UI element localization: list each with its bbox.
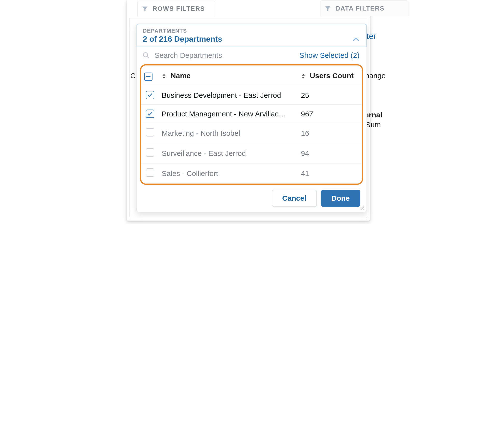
row-users-count: 16	[298, 123, 362, 143]
row-users-count: 41	[298, 163, 362, 184]
resize-grip-icon[interactable]	[358, 204, 365, 210]
row-users-count: 967	[298, 105, 362, 123]
departments-picker: DEPARTMENTS 2 of 216 Departments Show Se…	[136, 24, 367, 212]
table-row[interactable]: Sales - Collierfort41	[141, 163, 362, 184]
svg-marker-3	[163, 77, 165, 78]
funnel-icon	[324, 5, 331, 12]
svg-line-8	[363, 209, 364, 210]
row-users-count: 25	[298, 86, 362, 105]
col-header-users-count[interactable]: Users Count	[298, 66, 362, 86]
row-checkbox-cell[interactable]	[141, 123, 159, 143]
picker-summary: 2 of 216 Departments	[143, 35, 222, 44]
table-row[interactable]: Business Development - East Jerrod25	[141, 86, 362, 105]
row-name: Surveillance - East Jerrod	[159, 143, 298, 163]
checkbox-checked-icon[interactable]	[146, 109, 154, 118]
stage: ROWS FILTERS DATA FILTERS lter C nange e…	[124, 0, 371, 224]
search-input[interactable]	[154, 51, 277, 60]
checkbox-unchecked-icon[interactable]	[146, 148, 154, 157]
table-row[interactable]: Marketing - North Isobel16	[141, 123, 362, 143]
table-highlight-frame: Name Users Count Business Development - …	[140, 64, 363, 185]
bg-fragment-nange: nange	[365, 72, 386, 80]
departments-table: Name Users Count Business Development - …	[141, 66, 362, 184]
search-icon	[142, 52, 150, 59]
picker-title-block: DEPARTMENTS 2 of 216 Departments	[143, 28, 222, 44]
tab-rows-filters[interactable]: ROWS FILTERS	[137, 1, 215, 16]
checkbox-unchecked-icon[interactable]	[146, 168, 154, 177]
row-name: Marketing - North Isobel	[159, 123, 298, 143]
checkbox-indeterminate-icon[interactable]	[144, 73, 152, 81]
select-all-header[interactable]	[141, 66, 159, 86]
svg-marker-2	[163, 74, 165, 75]
picker-footer: Cancel Done	[137, 185, 367, 212]
sort-icon	[162, 73, 166, 79]
screenshot-card: ROWS FILTERS DATA FILTERS lter C nange e…	[127, 0, 370, 221]
col-header-users-count-label: Users Count	[310, 72, 354, 80]
bg-fragment-sum: Sum	[366, 121, 381, 129]
table-row[interactable]: Surveillance - East Jerrod94	[141, 143, 362, 163]
col-header-name[interactable]: Name	[159, 66, 298, 86]
table-row[interactable]: Product Management - New Arvillac…967	[141, 105, 362, 123]
row-checkbox-cell[interactable]	[141, 105, 159, 123]
col-header-name-label: Name	[171, 72, 191, 80]
tab-data-filters-label: DATA FILTERS	[336, 5, 385, 12]
svg-marker-5	[302, 77, 305, 78]
tab-data-filters[interactable]: DATA FILTERS	[320, 0, 409, 16]
checkbox-checked-icon[interactable]	[146, 91, 154, 99]
chevron-up-icon[interactable]	[352, 35, 360, 44]
table-header-row: Name Users Count	[141, 66, 362, 86]
row-checkbox-cell[interactable]	[141, 163, 159, 184]
funnel-icon	[141, 5, 148, 12]
done-button[interactable]: Done	[321, 190, 360, 207]
row-checkbox-cell[interactable]	[141, 143, 159, 163]
tab-rows-filters-label: ROWS FILTERS	[153, 5, 205, 13]
sort-icon	[301, 73, 305, 79]
bg-fragment-ernal: ernal	[365, 111, 383, 119]
tabs-strip: ROWS FILTERS DATA FILTERS	[129, 0, 367, 18]
picker-search-row: Show Selected (2)	[137, 47, 367, 64]
picker-header[interactable]: DEPARTMENTS 2 of 216 Departments	[137, 24, 367, 47]
checkbox-unchecked-icon[interactable]	[146, 128, 154, 136]
svg-point-0	[143, 53, 148, 57]
row-name: Business Development - East Jerrod	[159, 86, 298, 105]
row-name: Product Management - New Arvillac…	[159, 105, 298, 123]
svg-marker-4	[302, 74, 305, 75]
row-checkbox-cell[interactable]	[141, 86, 159, 105]
svg-line-1	[147, 56, 149, 58]
search-wrap	[142, 51, 297, 60]
cancel-button[interactable]: Cancel	[272, 190, 316, 207]
picker-eyebrow: DEPARTMENTS	[143, 28, 222, 34]
row-name: Sales - Collierfort	[159, 163, 298, 184]
bg-fragment-c: C	[130, 72, 136, 80]
show-selected-link[interactable]: Show Selected (2)	[299, 51, 359, 60]
row-users-count: 94	[298, 143, 362, 163]
